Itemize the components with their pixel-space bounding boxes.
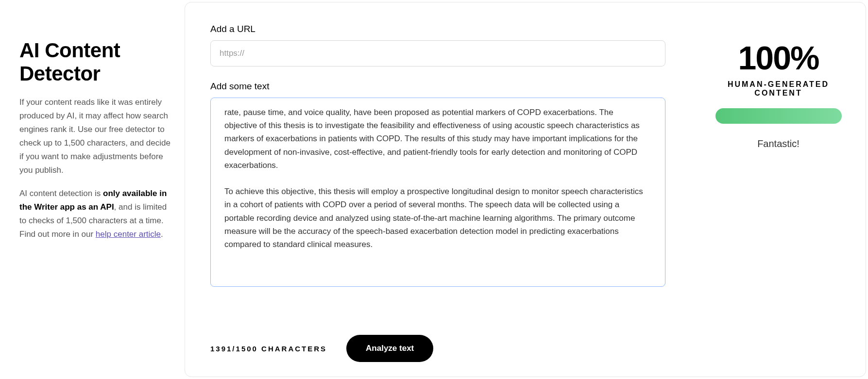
action-row: 1391/1500 CHARACTERS Analyze text xyxy=(210,335,665,362)
input-panel: Add a URL Add some text 1391/1500 CHARAC… xyxy=(185,2,691,377)
api-text-pre: AI content detection is xyxy=(19,189,103,198)
analyze-button[interactable]: Analyze text xyxy=(346,335,433,362)
help-center-link[interactable]: help center article xyxy=(96,230,161,239)
url-input[interactable] xyxy=(210,40,665,66)
character-counter: 1391/1500 CHARACTERS xyxy=(210,345,327,353)
text-input[interactable] xyxy=(210,98,665,287)
text-label: Add some text xyxy=(210,81,665,92)
page-title: AI Content Detector xyxy=(19,39,175,86)
progress-bar xyxy=(715,108,842,124)
main-card: Add a URL Add some text 1391/1500 CHARAC… xyxy=(185,2,866,377)
textarea-wrapper xyxy=(210,98,665,320)
result-status: Fantastic! xyxy=(706,138,851,149)
result-percentage: 100% xyxy=(706,41,851,74)
app-container: AI Content Detector If your content read… xyxy=(0,0,868,379)
api-text-post: . xyxy=(161,230,163,239)
result-panel: 100% HUMAN-GENERATED CONTENT Fantastic! xyxy=(691,2,866,377)
api-paragraph: AI content detection is only available i… xyxy=(19,187,175,241)
url-label: Add a URL xyxy=(210,24,665,34)
result-subtitle: HUMAN-GENERATED CONTENT xyxy=(706,80,851,98)
intro-paragraph: If your content reads like it was entire… xyxy=(19,96,175,177)
info-panel: AI Content Detector If your content read… xyxy=(0,0,185,379)
